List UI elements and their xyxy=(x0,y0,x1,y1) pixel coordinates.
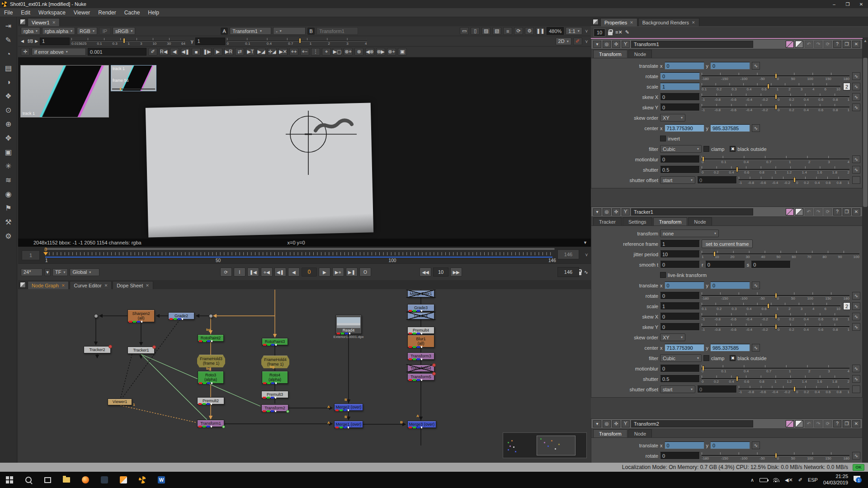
deep-icon[interactable]: ≋ xyxy=(2,173,15,187)
redo-icon[interactable]: ↷ xyxy=(814,208,822,216)
collapse-icon[interactable]: ▾ xyxy=(593,41,601,48)
track-pattern-inset-small[interactable]: track 1 frame 56 xyxy=(111,65,156,91)
tray-chevron-icon[interactable]: ∧ xyxy=(750,477,754,483)
loop-mode-button[interactable]: ⟳ xyxy=(220,267,232,277)
keyer-icon[interactable]: ⊙ xyxy=(2,103,15,117)
curve-icon[interactable]: ∿ xyxy=(852,292,860,300)
param-slider[interactable]: -1-0.8-0.6-0.4-0.200.20.40.60.81 xyxy=(702,103,849,112)
node-grade2[interactable]: Grade2 xyxy=(168,312,194,319)
filter-select[interactable]: Cubic▾ xyxy=(660,145,702,153)
checkbox[interactable] xyxy=(703,355,709,361)
node-color-swatch[interactable] xyxy=(786,41,794,48)
next-keyframe-button[interactable]: ▶⋄ xyxy=(332,267,344,277)
center-icon[interactable]: ◎ xyxy=(603,41,611,48)
tf-select[interactable]: TF▾ xyxy=(52,268,68,276)
goto-end-button[interactable]: ▶❚ xyxy=(346,267,358,277)
gamma-field[interactable]: 1 xyxy=(195,38,225,45)
curve-icon[interactable]: ∿ xyxy=(852,323,860,331)
param-slider[interactable]: -1-0.8-0.6-0.4-0.200.20.40.60.81 xyxy=(739,385,849,394)
pane-menu-icon[interactable] xyxy=(20,19,26,25)
particles-icon[interactable]: ✳ xyxy=(2,159,15,173)
prev-fstop-icon[interactable]: ◀ xyxy=(21,39,24,43)
value-field[interactable]: 0 xyxy=(660,72,700,80)
clear-forward-button[interactable]: ⊗▶ xyxy=(376,48,385,56)
value-field[interactable]: 0 xyxy=(660,103,700,111)
value-field[interactable]: 985.337585 xyxy=(710,344,750,352)
value-field[interactable]: 713.775390 xyxy=(665,344,704,352)
help-icon[interactable]: ? xyxy=(833,420,841,427)
value-field[interactable]: 0.5 xyxy=(660,375,700,383)
snap-button[interactable]: ▣ xyxy=(398,48,407,56)
track-selected-button[interactable]: ▶◢ xyxy=(257,48,266,56)
node-roto4[interactable]: Roto4(alpha) xyxy=(262,371,288,384)
curve-icon[interactable]: ∿ xyxy=(852,452,860,460)
next-fstop-icon[interactable]: ▶ xyxy=(35,39,38,43)
param-slider[interactable]: 00.10.40.71234 xyxy=(702,364,849,373)
tab-dope-sheet[interactable]: Dope Sheet✕ xyxy=(113,281,153,289)
scale-max-button[interactable]: 2 xyxy=(843,302,850,310)
display-select[interactable]: RGB▾ xyxy=(77,27,97,35)
wipe-icon[interactable]: ▧ xyxy=(492,27,501,35)
clock[interactable]: 21:2504/03/2019 xyxy=(823,474,848,486)
checkbox[interactable]: ✖ xyxy=(730,355,736,361)
goto-start-button[interactable]: ❚◀ xyxy=(247,267,259,277)
node-roto3[interactable]: Roto3(alpha) xyxy=(198,371,224,384)
playhead[interactable]: 0 xyxy=(43,247,48,255)
checkbox[interactable] xyxy=(660,136,666,141)
close-panel-icon[interactable]: ✕ xyxy=(852,420,860,427)
undo-icon[interactable]: ↶ xyxy=(805,208,813,216)
tab-properties[interactable]: Properties✕ xyxy=(600,18,637,26)
close-tab-icon[interactable]: ✕ xyxy=(104,283,108,288)
revert-icon[interactable]: ⟳ xyxy=(824,420,832,427)
value-field[interactable]: 10 xyxy=(660,250,700,258)
node-tracker1[interactable]: Tracker1 xyxy=(127,347,155,354)
brush-button[interactable]: ✐ xyxy=(148,48,157,56)
param-slider[interactable]: -1-0.8-0.6-0.4-0.200.20.40.60.81 xyxy=(702,323,849,331)
curve-icon[interactable]: ∿ xyxy=(852,103,860,111)
monitor-out-icon[interactable]: ▭ xyxy=(460,27,469,35)
minimize-button[interactable]: – xyxy=(827,0,841,8)
layer-select[interactable]: rgba.alpha▾ xyxy=(42,27,75,35)
3d-icon[interactable]: ▣ xyxy=(2,145,15,159)
inset-frame-slider[interactable] xyxy=(112,89,155,89)
value-field[interactable]: 0 xyxy=(665,441,704,449)
node-viewer1[interactable]: Viewer1 xyxy=(108,399,132,405)
panel-tab-tracker[interactable]: Tracker xyxy=(593,217,622,225)
proxy-ratio-select[interactable]: 1:1▾ xyxy=(566,27,582,35)
range-out-button[interactable]: O xyxy=(359,267,371,277)
clear-panels-icon[interactable]: ≡✕ xyxy=(615,29,623,35)
pane-menu-icon[interactable] xyxy=(593,19,599,25)
node-premult2[interactable]: Premult2 xyxy=(197,397,224,404)
other-icon[interactable]: ⚙ xyxy=(2,229,15,243)
param-slider[interactable]: 00.20.40.60.811.21.41.61.82 xyxy=(702,375,849,383)
wifi-icon[interactable] xyxy=(773,478,779,482)
param-slider[interactable]: -1-0.8-0.6-0.4-0.200.20.40.60.81 xyxy=(702,93,849,101)
skip-back-button[interactable]: ◀◀ xyxy=(420,267,431,277)
node-merge3-over-[interactable]: Merge3 (over) xyxy=(407,421,436,428)
pen-icon[interactable]: ✐ xyxy=(573,38,582,45)
track-pattern-inset-large[interactable]: track 1 xyxy=(20,65,109,117)
node-color-swatch[interactable] xyxy=(786,208,794,216)
dropdown[interactable]: XY▾ xyxy=(660,114,685,122)
frame-icon[interactable]: ▯ xyxy=(471,27,480,35)
close-tab-icon[interactable]: ✕ xyxy=(692,20,695,25)
node-transform4[interactable]: Transform4 xyxy=(407,365,434,372)
value-field[interactable]: 0 xyxy=(665,282,704,289)
track-forward-button[interactable]: ▶ xyxy=(213,48,222,56)
help-icon[interactable]: ? xyxy=(833,41,841,48)
param-slider[interactable]: 0.10.20.30.40.61234610 xyxy=(702,302,840,310)
close-panel-icon[interactable]: ✕ xyxy=(852,41,860,48)
curve-icon[interactable]: ∿ xyxy=(852,365,860,372)
track-backward-button[interactable]: ◀ xyxy=(170,48,179,56)
track-to-end-button[interactable]: ▶R xyxy=(224,48,233,56)
curve-icon[interactable]: ∿ xyxy=(752,344,760,352)
view-mode-select[interactable]: 2D▾ xyxy=(556,38,571,45)
value-field[interactable]: 0 xyxy=(660,292,700,300)
value-field[interactable]: 1 xyxy=(660,302,700,310)
node-framehold4[interactable]: FrameHold4(frame 1) xyxy=(261,356,289,368)
panel-tab-transform[interactable]: Transform xyxy=(653,217,688,225)
revert-icon[interactable]: ⟳ xyxy=(824,208,832,216)
filter-select[interactable]: Cubic▾ xyxy=(660,354,702,362)
ip-toggle[interactable]: IP xyxy=(99,27,111,35)
clear-all-button[interactable]: ⊗ xyxy=(354,48,363,56)
